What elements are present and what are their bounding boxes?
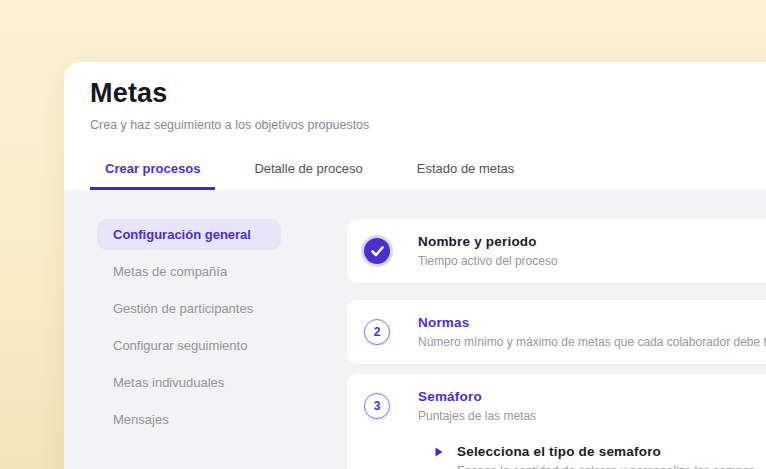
step-title: Nombre y periodo [418,234,558,249]
step-subtitle: Puntajes de las metas [418,409,536,423]
steps-list: Nombre y periodo Tiempo activo del proce… [347,219,766,469]
sidebar-item-metas-de-compania[interactable]: Metas de compañía [97,256,281,287]
step-title: Normas [418,315,766,330]
step-text: Semáforo Puntajes de las metas [418,389,536,423]
tab-bar: Crear procesos Detalle de proceso Estado… [64,161,766,190]
step-card-normas[interactable]: 2 Normas Número mínimo y máximo de metas… [347,300,766,364]
substep-selecciona-tipo-semaforo[interactable]: Selecciona el tipo de semaforo Escoge la… [435,444,755,469]
step-completed-indicator [364,238,390,264]
step-title: Semáforo [418,389,536,404]
tab-detalle-de-proceso[interactable]: Detalle de proceso [239,161,377,190]
substep-text: Selecciona el tipo de semaforo Escoge la… [457,444,755,469]
tab-crear-procesos[interactable]: Crear procesos [90,161,215,190]
step-card-nombre-y-periodo[interactable]: Nombre y periodo Tiempo activo del proce… [347,219,766,283]
tab-estado-de-metas[interactable]: Estado de metas [402,161,530,190]
step-subtitle: Tiempo activo del proceso [418,254,558,268]
page-subtitle: Crea y haz seguimiento a los objetivos p… [90,118,766,132]
sidebar-item-configuracion-general[interactable]: Configuración general [97,219,281,250]
sidebar-item-metas-individuales[interactable]: Metas indivuduales [97,367,281,398]
triangle-bullet-icon [435,447,443,457]
step-card-semaforo[interactable]: 3 Semáforo Puntajes de las metas Selecci… [347,374,766,469]
check-icon [371,246,384,257]
panel-header: Metas Crea y haz seguimiento a los objet… [64,62,766,132]
step-subtitle: Número mínimo y máximo de metas que cada… [418,335,766,349]
sidebar-item-gestion-de-participantes[interactable]: Gestión de participantes [97,293,281,324]
metas-panel: Metas Crea y haz seguimiento a los objet… [64,62,766,469]
step-number-badge: 2 [364,319,390,345]
sidebar: Configuración general Metas de compañía … [64,219,347,469]
substep-subtitle: Escoge la cantidad de colores y personal… [457,464,755,469]
step-number-badge: 3 [364,393,390,419]
sidebar-item-mensajes[interactable]: Mensajes [97,404,281,435]
step-head: 3 Semáforo Puntajes de las metas [364,389,536,423]
page-title: Metas [90,78,766,109]
sidebar-item-configurar-seguimiento[interactable]: Configurar seguimiento [97,330,281,361]
step-text: Normas Número mínimo y máximo de metas q… [418,315,766,349]
substep-title: Selecciona el tipo de semaforo [457,444,755,459]
content-area: Configuración general Metas de compañía … [64,190,766,469]
step-text: Nombre y periodo Tiempo activo del proce… [418,234,558,268]
